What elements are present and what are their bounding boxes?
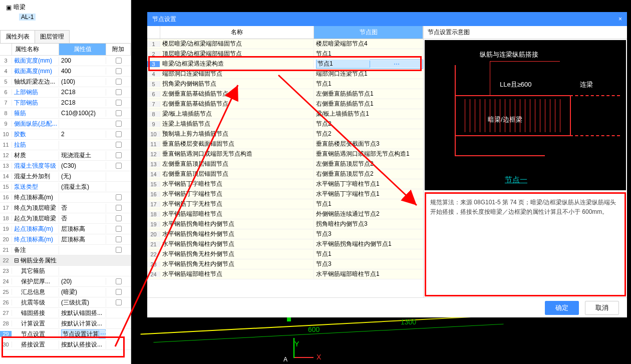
checkbox[interactable] [116,299,122,305]
node-value-cell[interactable]: 端部洞口连梁节点1 [314,70,423,78]
checkbox[interactable] [116,58,122,64]
prop-row[interactable]: 21备注 [0,245,131,255]
node-value-cell[interactable]: 水平钢筋丁字端柱节点1 [314,190,423,198]
value-editor[interactable]: 节点1⋯ [316,60,423,69]
prop-value[interactable]: 否 [59,204,106,212]
node-row[interactable]: 1楼层暗梁/边框梁端部锚固节点楼层暗梁端部节点4 [147,39,423,49]
prop-row[interactable]: 30搭接设置按默认搭接设... [0,339,131,350]
prop-row[interactable]: 12材质现浇混凝土 [0,150,131,161]
node-row[interactable]: 23水平钢筋拐角无柱内侧节点节点3 [147,259,423,269]
node-row[interactable]: 9连梁上墙插筋节点节点2 [147,119,423,129]
checkbox[interactable] [116,205,122,211]
node-row[interactable]: 4端部洞口连梁锚固节点端部洞口连梁节点1 [147,69,423,79]
node-value-cell[interactable]: 垂直筋楼层变截面节点3 [314,140,423,148]
prop-value[interactable]: 按默认计算设... [59,319,106,328]
checkbox[interactable] [116,215,122,221]
prop-value[interactable]: 层顶标高 [59,235,106,244]
checkbox[interactable] [116,89,122,95]
node-row[interactable]: 14右侧垂直筋顶层锚固节点右侧垂直筋顶层节点2 [147,169,423,179]
cancel-button[interactable]: 取消 [585,301,619,315]
ellipsis-button[interactable]: ⋯ [370,61,423,68]
prop-value[interactable]: (C30) [59,162,106,169]
node-value-cell[interactable]: 左侧垂直筋插筋节点1 [314,90,423,98]
node-row[interactable]: 10预制墙上剪力墙插筋节点节点2 [147,129,423,139]
node-value-cell[interactable]: 节点1 [314,80,423,88]
checkbox[interactable] [116,110,122,116]
node-row[interactable]: 5拐角梁内侧钢筋节点节点1 [147,79,423,89]
prop-value[interactable]: 按默认搭接设... [59,340,106,349]
node-value-cell[interactable]: 节点1⋯ [314,60,423,69]
prop-row[interactable]: 10胶数2 [0,129,131,140]
checkbox[interactable] [116,100,122,106]
collapse-icon[interactable]: ⊟ [14,257,19,264]
prop-row[interactable]: 3截面宽度(mm)200 [0,56,131,66]
node-row[interactable]: 7右侧垂直筋基础插筋节点右侧垂直筋插筋节点1 [147,99,423,109]
tree-node-parent[interactable]: ▣暗梁 [4,2,127,13]
node-row[interactable]: 8梁/板上墙插筋节点梁/板上墙插筋节点1 [147,109,423,119]
node-row[interactable]: 18水平钢筋端部暗柱节点外侧钢筋连续通过节点2 [147,209,423,219]
value-editor[interactable]: 节点设置计算⋯ [61,329,106,338]
node-row[interactable]: 2顶层暗梁/边框梁端部锚固节点节点1 [147,49,423,59]
node-row[interactable]: 17水平钢筋丁字无柱节点节点1 [147,199,423,209]
prop-value[interactable]: 200 [59,57,106,64]
node-value-cell[interactable]: 节点3 [314,260,423,268]
prop-value[interactable]: 按默认锚固搭... [59,309,106,317]
prop-value[interactable]: C10@100(2) [59,110,106,117]
prop-row[interactable]: 24保护层厚...(20) [0,276,131,287]
node-row[interactable]: 11垂直筋楼层变截面锚固节点垂直筋楼层变截面节点3 [147,139,423,149]
node-row[interactable]: 13左侧垂直筋顶层锚固节点左侧垂直筋顶层节点2 [147,159,423,169]
checkbox[interactable] [116,226,122,232]
checkbox[interactable] [116,131,122,137]
node-row[interactable]: 24水平钢筋端部暗柱节点水平钢筋端部暗柱节点1 [147,269,423,279]
node-value-cell[interactable]: 节点1 [314,50,423,58]
prop-row[interactable]: 13混凝土强度等级(C30) [0,161,131,171]
expand-icon[interactable]: ▣ [6,4,12,11]
prop-row[interactable]: 20终点顶标高(m)层顶标高 [0,234,131,245]
prop-row[interactable]: 18起点为顶层暗梁否 [0,213,131,224]
prop-value[interactable]: (三级抗震) [59,298,106,307]
checkbox[interactable] [116,142,122,148]
prop-row[interactable]: 14混凝土外加剂(无) [0,171,131,182]
prop-row[interactable]: 25汇总信息(暗梁) [0,287,131,297]
prop-value[interactable]: 400 [59,68,106,75]
prop-value[interactable]: 层顶标高 [59,225,106,233]
checkbox[interactable] [116,247,122,253]
prop-row[interactable]: 17终点为顶层暗梁否 [0,203,131,213]
close-icon[interactable]: × [618,12,622,26]
prop-value[interactable]: 2 [59,131,106,138]
prop-row[interactable]: 16终点顶标高(m) [0,192,131,203]
checkbox[interactable] [116,278,122,284]
node-row[interactable]: 12垂直钢筋遇洞口或端部无节点构造垂直钢筋遇洞口或端部无节点构造1 [147,149,423,159]
prop-row[interactable]: 15泵送类型(混凝土泵) [0,182,131,192]
prop-row[interactable]: 26抗震等级(三级抗震) [0,297,131,308]
cad-grip[interactable] [287,317,291,321]
node-table-body[interactable]: 1楼层暗梁/边框梁端部锚固节点楼层暗梁端部节点42顶层暗梁/边框梁端部锚固节点节… [147,39,423,295]
prop-value[interactable]: (暗梁) [59,288,106,296]
node-row[interactable]: 21水平钢筋拐角端柱内侧节点水平钢筋拐角端柱内侧节点1 [147,239,423,249]
prop-row[interactable]: 23其它箍筋 [0,266,131,276]
node-row[interactable]: 19水平钢筋拐角暗柱内侧节点拐角暗柱内侧节点3 [147,219,423,229]
checkbox[interactable] [116,163,122,169]
prop-value[interactable]: 2C18 [59,89,106,96]
prop-row[interactable]: 28计算设置按默认计算设... [0,318,131,329]
prop-value[interactable]: 节点设置计算⋯ [59,329,106,338]
node-value-cell[interactable]: 外侧钢筋连续通过节点2 [314,210,423,218]
prop-value[interactable]: (无) [59,172,106,181]
checkbox[interactable] [116,79,122,85]
prop-table-body[interactable]: 3截面宽度(mm)2004截面高度(mm)4005轴线距梁左边...(100)6… [0,56,131,354]
node-value-cell[interactable]: 水平钢筋丁字暗柱节点1 [314,180,423,188]
node-value-cell[interactable]: 左侧垂直筋顶层节点2 [314,160,423,168]
node-value-cell[interactable]: 节点2 [314,130,423,138]
node-value-cell[interactable]: 右侧垂直筋顶层节点2 [314,170,423,178]
node-row[interactable]: 3暗梁/边框梁遇连梁构造节点1⋯ [147,59,423,69]
node-row[interactable]: 6左侧垂直筋基础插筋节点左侧垂直筋插筋节点1 [147,89,423,99]
tree-node-child[interactable]: AL-1 [4,13,127,22]
node-value-cell[interactable]: 右侧垂直筋插筋节点1 [314,100,423,108]
prop-row[interactable]: 4截面高度(mm)400 [0,66,131,77]
node-row[interactable]: 15水平钢筋丁字暗柱节点水平钢筋丁字暗柱节点1 [147,179,423,189]
node-value-cell[interactable]: 水平钢筋端部暗柱节点1 [314,270,423,278]
node-row[interactable]: 20水平钢筋拐角端柱外侧节点节点3 [147,229,423,239]
prop-value[interactable]: (100) [59,78,106,85]
node-row[interactable]: 22水平钢筋拐角无柱外侧节点节点1 [147,249,423,259]
prop-value[interactable]: (20) [59,278,106,285]
